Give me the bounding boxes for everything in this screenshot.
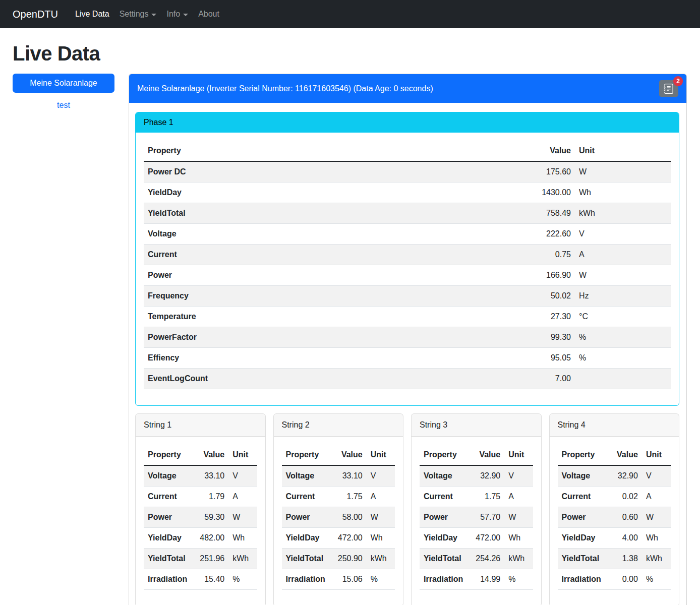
- eventlog-count-badge: 2: [673, 76, 683, 86]
- table-row: YieldTotal251.96kWh: [144, 549, 257, 569]
- value-cell: 27.30: [519, 307, 575, 327]
- value-cell: 50.02: [519, 286, 575, 307]
- unit-cell: V: [504, 465, 533, 487]
- table-row: Voltage32.90V: [420, 465, 533, 487]
- phase-card: Phase 1 Property Value Unit: [135, 112, 679, 406]
- table-header-row: Property Value Unit: [144, 445, 257, 465]
- value-cell: 0.60: [605, 507, 642, 528]
- inverter-selector: Meine Solaranlage test: [13, 74, 114, 118]
- unit-cell: kWh: [367, 549, 395, 569]
- unit-cell: Hz: [575, 286, 671, 307]
- value-cell: 166.90: [519, 265, 575, 286]
- value-cell: 7.00: [519, 369, 575, 389]
- unit-cell: W: [504, 507, 533, 528]
- table-row: YieldDay1430.00Wh: [144, 183, 671, 203]
- string-card-3: String 3 Property Value Unit: [411, 413, 542, 605]
- value-cell: 222.60: [519, 224, 575, 245]
- unit-cell: W: [228, 507, 257, 528]
- unit-cell: A: [504, 487, 533, 507]
- caret-down-icon: [151, 14, 156, 16]
- nav-item-about[interactable]: About: [193, 4, 224, 24]
- table-row: YieldDay482.00Wh: [144, 528, 257, 549]
- page-title: Live Data: [13, 38, 687, 69]
- table-row: Current1.75A: [282, 487, 395, 507]
- value-cell: 32.90: [605, 465, 642, 487]
- value-cell: 14.99: [467, 569, 504, 590]
- string-table-2: Property Value Unit Voltage33.10VCurrent…: [282, 445, 395, 590]
- unit-cell: kWh: [575, 203, 671, 224]
- unit-cell: W: [575, 265, 671, 286]
- unit-cell: [575, 369, 671, 389]
- value-cell: 472.00: [329, 528, 367, 549]
- unit-cell: A: [575, 245, 671, 265]
- table-row: Voltage33.10V: [144, 465, 257, 487]
- eventlog-button[interactable]: 2: [659, 80, 678, 97]
- property-cell: Power DC: [144, 161, 519, 183]
- unit-cell: W: [367, 507, 395, 528]
- string-table-4: Property Value Unit Voltage32.90VCurrent…: [558, 445, 671, 590]
- nav-item-live-data[interactable]: Live Data: [70, 4, 114, 24]
- property-cell: YieldDay: [558, 528, 605, 549]
- unit-cell: A: [367, 487, 395, 507]
- value-cell: 254.26: [467, 549, 504, 569]
- value-cell: 251.96: [191, 549, 228, 569]
- sidebar-item-meine-solaranlage[interactable]: Meine Solaranlage: [13, 74, 114, 93]
- column-header-property: Property: [282, 445, 329, 465]
- unit-cell: %: [642, 569, 671, 590]
- value-cell: 99.30: [519, 327, 575, 348]
- table-row: YieldDay472.00Wh: [282, 528, 395, 549]
- unit-cell: Wh: [367, 528, 395, 549]
- table-row: Temperature27.30°C: [144, 307, 671, 327]
- nav-item-settings-label: Settings: [120, 8, 149, 20]
- property-cell: Effiency: [144, 348, 519, 369]
- property-cell: Power: [558, 507, 605, 528]
- value-cell: 32.90: [467, 465, 504, 487]
- property-cell: Current: [420, 487, 467, 507]
- value-cell: 33.10: [329, 465, 367, 487]
- column-header-property: Property: [558, 445, 605, 465]
- column-header-property: Property: [144, 141, 519, 161]
- column-header-value: Value: [329, 445, 367, 465]
- navbar: OpenDTU Live Data Settings Info About: [0, 0, 700, 28]
- journal-text-icon: [664, 84, 674, 94]
- property-cell: Voltage: [558, 465, 605, 487]
- property-cell: Current: [558, 487, 605, 507]
- property-cell: Temperature: [144, 307, 519, 327]
- table-row: Voltage222.60V: [144, 224, 671, 245]
- unit-cell: A: [642, 487, 671, 507]
- value-cell: 175.60: [519, 161, 575, 183]
- table-row: YieldDay472.00Wh: [420, 528, 533, 549]
- table-header-row: Property Value Unit: [282, 445, 395, 465]
- string-table-1: Property Value Unit Voltage33.10VCurrent…: [144, 445, 257, 590]
- value-cell: 4.00: [605, 528, 642, 549]
- sidebar-item-test[interactable]: test: [13, 96, 114, 115]
- column-header-value: Value: [605, 445, 642, 465]
- string-card-2: String 2 Property Value Unit: [273, 413, 404, 605]
- nav-item-settings[interactable]: Settings: [114, 4, 162, 24]
- property-cell: YieldTotal: [558, 549, 605, 569]
- unit-cell: kWh: [228, 549, 257, 569]
- column-header-unit: Unit: [228, 445, 257, 465]
- unit-cell: W: [575, 161, 671, 183]
- property-cell: YieldDay: [144, 528, 191, 549]
- property-cell: PowerFactor: [144, 327, 519, 348]
- brand-link[interactable]: OpenDTU: [13, 7, 58, 22]
- value-cell: 15.06: [329, 569, 367, 590]
- value-cell: 59.30: [191, 507, 228, 528]
- value-cell: 1.75: [467, 487, 504, 507]
- value-cell: 57.70: [467, 507, 504, 528]
- unit-cell: kWh: [642, 549, 671, 569]
- property-cell: YieldTotal: [144, 203, 519, 224]
- inverter-card-body: Phase 1 Property Value Unit: [129, 103, 686, 605]
- value-cell: 33.10: [191, 465, 228, 487]
- nav-item-info[interactable]: Info: [161, 4, 193, 24]
- caret-down-icon: [183, 14, 188, 16]
- column-header-property: Property: [420, 445, 467, 465]
- value-cell: 1430.00: [519, 183, 575, 203]
- value-cell: 758.49: [519, 203, 575, 224]
- unit-cell: kWh: [504, 549, 533, 569]
- property-cell: Irradiation: [420, 569, 467, 590]
- column-header-unit: Unit: [575, 141, 671, 161]
- table-row: Current0.02A: [558, 487, 671, 507]
- unit-cell: %: [575, 327, 671, 348]
